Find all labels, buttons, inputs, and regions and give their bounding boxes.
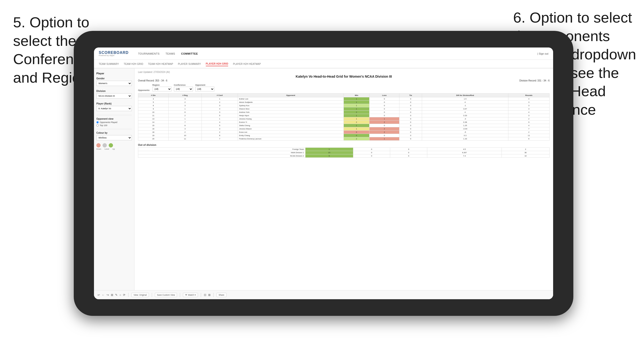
- table-cell: 0: [370, 107, 400, 111]
- table-cell: 3: [138, 97, 169, 101]
- toolbar-icon-2[interactable]: ⊞: [208, 293, 210, 297]
- table-cell: 1: [168, 107, 202, 111]
- table-cell: 9: [508, 121, 549, 124]
- toolbar-circle[interactable]: ○: [120, 293, 121, 297]
- table-cell: 4: [202, 121, 238, 124]
- tablet-screen: SCOREBOARD Powered by clippd TOURNAMENTS…: [94, 47, 553, 299]
- table-cell: 9: [138, 107, 169, 111]
- subnav-player-h2h-grid[interactable]: PLAYER H2H GRID: [206, 62, 228, 66]
- toolbar-sep-4: [201, 293, 201, 297]
- table-cell: -3: [422, 117, 508, 121]
- table-cell: 2: [508, 131, 549, 134]
- out-of-division-table: Foreign Team1004.52NAIA Division 115009.…: [138, 148, 550, 158]
- radio-opponents-played[interactable]: Opponents Played: [96, 121, 132, 124]
- table-cell: 1: [344, 117, 370, 121]
- toolbar-redo[interactable]: ↪: [106, 293, 109, 297]
- toolbar-edit[interactable]: ✎: [115, 293, 118, 297]
- nav-teams[interactable]: TEAMS: [166, 51, 175, 56]
- table-cell: 1: [344, 97, 370, 101]
- ood-table-cell: 0: [353, 148, 390, 151]
- table-cell: 3: [168, 104, 202, 107]
- table-cell: 10: [138, 111, 169, 114]
- table-row: 1822Euna Lee020-52: [138, 131, 550, 134]
- opponent-filter-group: Opponent (All): [195, 84, 214, 91]
- opponent-select[interactable]: (All): [195, 87, 214, 91]
- region-select[interactable]: (All): [152, 87, 172, 91]
- table-cell: 0: [400, 124, 422, 127]
- toolbar-share[interactable]: Share: [216, 293, 226, 297]
- table-cell: Emily Chang: [238, 134, 344, 137]
- toolbar-sep-2: [152, 293, 152, 297]
- table-cell: -0.94: [422, 127, 508, 131]
- toolbar-view-original[interactable]: View: Original: [131, 293, 149, 297]
- tablet-device: SCOREBOARD Powered by clippd TOURNAMENTS…: [74, 31, 573, 316]
- table-cell: 5: [202, 114, 238, 117]
- radio-top100[interactable]: Top 100: [96, 124, 132, 127]
- th-rounds: Rounds: [508, 94, 549, 97]
- swatch-label-level: Level: [104, 148, 109, 150]
- table-cell: 3.67: [422, 107, 508, 111]
- table-row: 19106Emily Chang4000.311: [138, 134, 550, 137]
- table-cell: -1: [422, 104, 508, 107]
- grid-title: Katelyn Vo Head-to-Head Grid for Women's…: [138, 75, 550, 78]
- swatch-labels: Down Level Up: [96, 148, 132, 150]
- table-row: 1311Jessica Huang110-32: [138, 117, 550, 121]
- table-cell: 2: [344, 121, 370, 124]
- powered-by: Powered by clippd: [99, 55, 129, 56]
- table-cell: 0: [344, 131, 370, 134]
- table-cell: 0: [400, 104, 422, 107]
- table-cell: 1: [202, 97, 238, 101]
- table-cell: -5: [422, 131, 508, 134]
- toolbar-back[interactable]: ←: [102, 293, 105, 297]
- table-row: 633Sydney Kuo100-13: [138, 104, 550, 107]
- filter-row: Opponents: Region (All) Conference (All): [138, 84, 550, 91]
- subnav-team-h2h-grid[interactable]: TEAM H2H GRID: [124, 62, 143, 66]
- table-cell: 1: [344, 101, 370, 104]
- table-row: 1633Jessica Mason120-0.947: [138, 127, 550, 131]
- table-cell: 0: [370, 104, 400, 107]
- table-cell: Euna Lee: [238, 131, 344, 134]
- table-cell: 0.3: [422, 134, 508, 137]
- subnav-team-h2h-heatmap[interactable]: TEAM H2H HEATMAP: [148, 62, 173, 66]
- table-cell: 0: [370, 111, 400, 114]
- table-cell: 14: [138, 121, 169, 124]
- radio-top100-label: Top 100: [100, 124, 107, 127]
- conference-select[interactable]: (All): [174, 87, 193, 91]
- table-cell: 2: [344, 137, 370, 141]
- subnav-player-h2h-heatmap[interactable]: PLAYER H2H HEATMAP: [233, 62, 261, 66]
- table-cell: 3: [508, 101, 549, 104]
- table-cell: 3: [508, 104, 549, 107]
- table-cell: 4: [202, 107, 238, 111]
- toolbar-refresh[interactable]: ⟳: [123, 293, 125, 297]
- ood-table-cell: 0: [390, 148, 427, 151]
- nav-committee[interactable]: COMMITTEE: [181, 51, 198, 56]
- toolbar-grid[interactable]: ⊞: [111, 293, 113, 297]
- ood-table-cell: 2: [502, 148, 550, 151]
- table-cell: 4: [508, 124, 549, 127]
- table-row: 331Esther Lee1001.54: [138, 97, 550, 101]
- toolbar-icon-1[interactable]: ⊡: [204, 293, 206, 297]
- swatch-up: [109, 143, 113, 148]
- table-cell: 1: [344, 127, 370, 131]
- th-diff: Diff Av Strokes/Rnd: [422, 94, 508, 97]
- header-sign-out[interactable]: | Sign out: [538, 52, 548, 55]
- table-cell: 11: [138, 114, 169, 117]
- subnav-team-summary[interactable]: TEAM SUMMARY: [99, 62, 119, 66]
- table-cell: 15: [138, 124, 169, 127]
- table-cell: Andrea York: [238, 111, 344, 114]
- nav-tournaments[interactable]: TOURNAMENTS: [138, 51, 160, 56]
- opponents-filter-label: Opponents:: [138, 89, 150, 91]
- table-cell: 2: [168, 131, 202, 134]
- subnav-player-summary[interactable]: PLAYER SUMMARY: [178, 62, 201, 66]
- table-cell: 0.38: [422, 121, 508, 124]
- toolbar-sep-3: [180, 293, 180, 297]
- toolbar-watch[interactable]: 👁 Watch ▾: [183, 293, 198, 297]
- toolbar-save-custom-view[interactable]: Save Custom View: [155, 293, 177, 297]
- table-cell: 2: [370, 127, 400, 131]
- sidebar-player-rank-select[interactable]: 8. Katelyn Vo: [96, 106, 132, 111]
- toolbar-undo[interactable]: ↩: [98, 293, 100, 297]
- table-cell: 2: [370, 121, 400, 124]
- sidebar-division-select[interactable]: NCAA Division III: [96, 93, 132, 99]
- sidebar-gender-select[interactable]: Women's: [96, 81, 132, 86]
- sidebar-colour-by-select[interactable]: Win/loss: [96, 135, 132, 140]
